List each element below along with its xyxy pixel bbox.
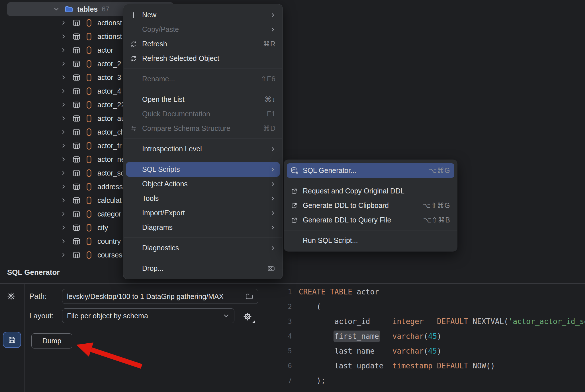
path-value[interactable]: levskiy/Desktop/100 to 1 DataGrip gather… — [67, 292, 241, 301]
table-name[interactable]: actionst — [97, 19, 122, 27]
layout-select[interactable]: File per object by schema — [62, 308, 234, 323]
code-line[interactable]: 4 first_name varchar(45) — [282, 329, 585, 344]
orange-marker-icon — [86, 46, 92, 54]
chevron-right-icon[interactable] — [60, 115, 67, 121]
table-name[interactable]: actor_fr — [97, 142, 122, 150]
menu-item-new[interactable]: New — [126, 8, 280, 22]
table-name[interactable]: actor_ch — [97, 128, 125, 136]
code-line[interactable]: 2 ( — [282, 299, 585, 314]
code-text: ); — [296, 376, 326, 385]
chevron-right-icon[interactable] — [60, 47, 67, 53]
chevron-right-icon[interactable] — [60, 75, 67, 80]
code-line[interactable]: 5 last_name varchar(45) — [282, 344, 585, 358]
table-name[interactable]: actionst — [97, 32, 122, 41]
table-name[interactable]: actor_22 — [97, 101, 125, 109]
layout-label: Layout: — [29, 311, 54, 320]
menu-item-request-and-copy-original-ddl[interactable]: Request and Copy Original DDL — [287, 184, 454, 198]
table-name[interactable]: actor_2 — [97, 60, 121, 68]
code-segment: ); — [299, 376, 326, 385]
chevron-down-icon[interactable] — [223, 312, 230, 319]
code-line[interactable]: 6 last_update timestamp DEFAULT NOW() — [282, 358, 585, 373]
menu-item-label: Introspection Level — [142, 145, 264, 153]
dump-button[interactable]: Dump — [31, 333, 72, 348]
menu-item-generate-ddl-to-query-file[interactable]: Generate DDL to Query File⌥⇧⌘B — [287, 213, 454, 227]
path-input[interactable]: levskiy/Desktop/100 to 1 DataGrip gather… — [62, 289, 258, 304]
orange-marker-icon — [86, 251, 92, 259]
chevron-right-icon[interactable] — [60, 129, 67, 135]
code-line[interactable]: 3 actor_id integer DEFAULT NEXTVAL('acto… — [282, 314, 585, 329]
menu-item-label: Tools — [142, 194, 264, 203]
submenu-arrow-icon — [270, 196, 276, 201]
menu-item-tools[interactable]: Tools — [126, 191, 280, 206]
submenu-arrow-icon — [270, 167, 276, 172]
save-generate-button[interactable] — [3, 332, 21, 348]
table-name[interactable]: city — [97, 224, 108, 232]
menu-item-diagnostics[interactable]: Diagnostics — [126, 241, 280, 255]
menu-item-object-actions[interactable]: Object Actions — [126, 177, 280, 191]
chevron-right-icon[interactable] — [60, 170, 67, 176]
menu-item-introspection-level[interactable]: Introspection Level — [126, 142, 280, 156]
orange-marker-icon — [86, 87, 92, 95]
table-name[interactable]: country — [97, 237, 121, 245]
layout-settings-icon[interactable] — [242, 311, 255, 324]
table-name[interactable]: courses — [97, 251, 122, 259]
table-icon — [72, 196, 81, 205]
chevron-right-icon[interactable] — [60, 197, 67, 203]
table-name[interactable]: address — [97, 183, 123, 191]
code-segment — [379, 332, 392, 341]
table-name[interactable]: actor_ne — [97, 155, 125, 164]
code-line[interactable]: 1CREATE TABLE actor — [282, 284, 585, 299]
submenu-arrow-icon — [270, 146, 276, 152]
menu-item-generate-ddl-to-clipboard[interactable]: Generate DDL to Clipboard⌥⇧⌘G — [287, 198, 454, 213]
table-name[interactable]: actor_4 — [97, 87, 121, 95]
table-name[interactable]: actor_au — [97, 114, 125, 123]
chevron-right-icon[interactable] — [60, 102, 67, 108]
ddl-code-preview[interactable]: 1CREATE TABLE actor2 (3 actor_id integer… — [282, 284, 585, 392]
chevron-right-icon[interactable] — [60, 34, 67, 39]
table-name[interactable]: actor_sc — [97, 169, 124, 177]
menu-item-import-export[interactable]: Import/Export — [126, 206, 280, 220]
menu-item-label: Compare Schema Structure — [142, 124, 256, 133]
table-name[interactable]: calculat — [97, 196, 122, 205]
table-name[interactable]: actor — [97, 46, 113, 54]
layout-value[interactable]: File per object by schema — [67, 312, 219, 320]
chevron-down-icon[interactable] — [53, 6, 60, 12]
menu-item-open-the-list[interactable]: Open the List⌘↓ — [126, 92, 280, 107]
orange-marker-icon — [86, 183, 92, 191]
chevron-right-icon[interactable] — [60, 20, 67, 26]
folder-icon[interactable] — [245, 293, 253, 300]
code-segment: NEXTVAL( — [468, 317, 508, 326]
table-name[interactable]: actor_3 — [97, 73, 121, 82]
code-line[interactable]: 7 ); — [282, 373, 585, 388]
line-number: 3 — [282, 317, 296, 325]
menu-item-run-sql-script[interactable]: Run SQL Script... — [287, 233, 454, 248]
menu-separator — [124, 159, 282, 159]
chevron-right-icon[interactable] — [60, 156, 67, 162]
menu-item-diagrams[interactable]: Diagrams — [126, 220, 280, 235]
chevron-right-icon[interactable] — [60, 143, 67, 148]
tree-root-label: tables — [77, 5, 98, 13]
code-segment: 45 — [428, 347, 437, 355]
menu-item-drop[interactable]: Drop... — [126, 261, 280, 276]
code-segment: ( — [424, 347, 428, 355]
chevron-right-icon[interactable] — [60, 252, 67, 258]
tree-root-count: 67 — [102, 5, 109, 13]
chevron-right-icon[interactable] — [60, 238, 67, 244]
chevron-right-icon[interactable] — [60, 61, 67, 67]
settings-icon[interactable] — [6, 291, 16, 301]
line-number: 5 — [282, 347, 296, 355]
menu-item-refresh-selected-object[interactable]: Refresh Selected Object — [126, 51, 280, 66]
menu-separator — [124, 258, 282, 258]
chevron-right-icon[interactable] — [60, 225, 67, 230]
menu-item-refresh[interactable]: Refresh⌘R — [126, 37, 280, 51]
chevron-right-icon[interactable] — [60, 211, 67, 217]
dropdown-triangle — [252, 320, 255, 323]
orange-marker-icon — [86, 32, 92, 41]
menu-item-sql-generator[interactable]: SQL Generator...⌥⌘G — [287, 163, 454, 178]
chevron-right-icon[interactable] — [60, 88, 67, 94]
table-name[interactable]: categor — [97, 210, 121, 218]
orange-marker-icon — [86, 60, 92, 68]
chevron-right-icon[interactable] — [60, 184, 67, 189]
menu-item-sql-scripts[interactable]: SQL Scripts — [126, 162, 280, 177]
compare-icon — [130, 125, 142, 133]
